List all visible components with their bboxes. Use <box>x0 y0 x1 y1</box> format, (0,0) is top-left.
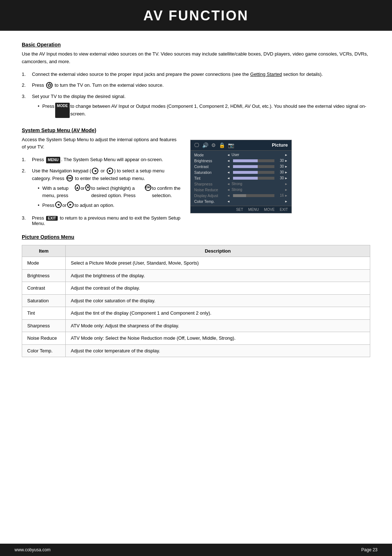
tv-menu-icons: 🖵 🔊 ⚙ 🔒 📷 <box>194 142 234 148</box>
mode-button: MODE <box>55 103 70 118</box>
step3-bullets: Press MODE to change between AV Input or… <box>32 103 370 118</box>
tv-sharpness-value: Strong <box>232 182 285 186</box>
tv-row-saturation-label: Saturation <box>194 170 227 175</box>
nav-up-icon: ▲ <box>75 184 80 191</box>
basic-op-step-2: 2. Press ⏻ to turn the TV on. Turn on th… <box>22 82 370 89</box>
page-header: AV FUNCTION <box>0 0 392 30</box>
table-cell-contrast-desc: Adjust the contrast of the display. <box>66 282 370 295</box>
tv-brightness-bar <box>233 159 274 162</box>
table-row: Color Temp. Adjust the color temperature… <box>22 344 370 357</box>
tv-icon-setup: ⚙ <box>211 142 216 148</box>
table-row: Sharpness ATV Mode only: Adjust the shar… <box>22 319 370 332</box>
tv-mode-arrow-left: ◄ <box>227 153 230 157</box>
tv-saturation-arrow-right: ► <box>285 171 288 174</box>
table-cell-colortemp: Color Temp. <box>22 344 66 357</box>
tv-menu-title: Picture <box>272 142 288 148</box>
tv-display-arrow-right: ► <box>285 194 288 197</box>
basic-operation-section: Basic Operation Use the AV Input modes t… <box>22 42 370 120</box>
basic-op-step-1: 1. Connect the external video source to … <box>22 71 370 78</box>
tv-row-display-adjust-label: Display Adjust <box>194 193 227 198</box>
tv-mode-value: User <box>232 153 285 157</box>
setup-step-text-3: Press EXIT to return to a previous menu … <box>32 215 181 226</box>
page-footer: www.cobyusa.com Page 23 <box>0 544 392 556</box>
table-cell-saturation-desc: Adjust the color saturation of the displ… <box>66 294 370 307</box>
tv-saturation-value: 30 <box>276 170 284 174</box>
setup-step-num-2: 2. <box>22 167 32 212</box>
tv-row-display-adjust: Display Adjust ◄ 16 ► <box>191 193 291 199</box>
tv-row-sharpness-label: Sharpness <box>194 182 227 186</box>
step-text-1: Connect the external video source to the… <box>32 71 370 78</box>
system-setup-intro: Access the System Setup Menu to adjust t… <box>22 136 181 151</box>
tv-icon-sound: 🔊 <box>202 142 208 148</box>
setup-step-2: 2. Use the Navigation keypad (◄ or ►) to… <box>22 167 181 212</box>
tv-menu-display: 🖵 🔊 ⚙ 🔒 📷 Picture Mode ◄ <box>190 140 292 213</box>
tv-noise-value: Strong <box>232 188 285 192</box>
table-cell-noise-desc: ATV Mode only: Select the Noise Reductio… <box>66 332 370 345</box>
tv-display-arrow-left: ◄ <box>227 194 230 197</box>
setup-bullet-2: Press ◄ or ► to adjust an option. <box>32 202 181 209</box>
picture-options-table: Item Description Mode Select a Picture M… <box>22 245 370 357</box>
system-setup-section: System Setup Menu (AV Mode) Access the S… <box>22 127 370 226</box>
page-title: AV FUNCTION <box>0 8 392 24</box>
table-header-description: Description <box>66 245 370 257</box>
step-text-2: Press ⏻ to turn the TV on. Turn on the e… <box>32 82 370 89</box>
setup-step-text-1: Press MENU. The System Setup Menu will a… <box>32 156 181 164</box>
tv-row-noise: Noise Reduce ◄ Strong ► <box>191 187 291 193</box>
tv-menu-header: 🖵 🔊 ⚙ 🔒 📷 Picture <box>191 140 291 151</box>
footer-move: MOVE <box>264 208 274 212</box>
table-cell-contrast: Contrast <box>22 282 66 295</box>
tv-contrast-arrow-right: ► <box>285 165 288 168</box>
tv-saturation-bar <box>233 171 274 174</box>
tv-row-color-temp: Color Temp. ◄ ► <box>191 199 291 204</box>
tv-sharpness-arrow-left: ◄ <box>227 182 230 186</box>
tv-tint-arrow-right: ► <box>285 176 288 180</box>
table-row: Saturation Adjust the color saturation o… <box>22 294 370 307</box>
footer-menu: MENU <box>248 208 259 212</box>
setup-step-text-2: Use the Navigation keypad (◄ or ►) to se… <box>32 167 181 212</box>
setup-step-num-3: 3. <box>22 215 32 226</box>
step-num-3: 3. <box>22 93 32 120</box>
table-cell-noise: Noise Reduce <box>22 332 66 345</box>
getting-started-link: Getting Started <box>250 71 282 77</box>
nav-left-icon: ◄ <box>92 168 98 174</box>
tv-sharpness-arrow-right: ► <box>285 182 288 186</box>
tv-contrast-value: 30 <box>276 164 284 168</box>
tv-contrast-bar <box>233 165 274 168</box>
table-row: Contrast Adjust the contrast of the disp… <box>22 282 370 295</box>
system-setup-steps: 1. Press MENU. The System Setup Menu wil… <box>22 156 181 212</box>
tv-display-bar <box>233 194 274 197</box>
footer-exit: EXIT <box>280 208 288 212</box>
basic-operation-intro: Use the AV Input modes to view external … <box>22 50 370 66</box>
table-cell-tint-desc: Adjust the tint of the display (Componen… <box>66 307 370 320</box>
picture-options-section: Picture Options Menu Item Description Mo… <box>22 234 370 357</box>
basic-operation-steps: 1. Connect the external video source to … <box>22 71 370 120</box>
system-setup-twocol: Access the System Setup Menu to adjust t… <box>22 136 370 226</box>
tv-brightness-value: 30 <box>276 159 284 163</box>
nav-down-icon: ▼ <box>85 184 90 191</box>
tv-row-brightness-label: Brightness <box>194 159 227 163</box>
tv-row-noise-label: Noise Reduce <box>194 188 227 192</box>
table-cell-brightness-desc: Adjust the brightness of the display. <box>66 269 370 282</box>
step-num-2: 2. <box>22 82 32 89</box>
step-text-3: Set your TV to the display the desired s… <box>32 93 370 120</box>
setup-step-3-row: 3. Press EXIT to return to a previous me… <box>22 215 181 226</box>
setup-step-1: 1. Press MENU. The System Setup Menu wil… <box>22 156 181 164</box>
table-header-item: Item <box>22 245 66 257</box>
table-cell-mode: Mode <box>22 257 66 270</box>
table-cell-tint: Tint <box>22 307 66 320</box>
tv-row-tint: Tint ◄ 30 ► <box>191 175 291 181</box>
tv-row-contrast: Contrast ◄ 30 ► <box>191 164 291 169</box>
tv-row-tint-label: Tint <box>194 176 227 180</box>
ok-icon-2: OK <box>145 184 151 191</box>
footer-page: Page 23 <box>361 547 377 552</box>
ok-icon: OK <box>66 175 73 181</box>
tv-menu-footer: SET MENU MOVE EXIT <box>191 206 291 213</box>
table-cell-saturation: Saturation <box>22 294 66 307</box>
main-content: Basic Operation Use the AV Input modes t… <box>0 31 392 386</box>
setup-step-num-1: 1. <box>22 156 32 164</box>
table-header-row: Item Description <box>22 245 370 257</box>
tv-brightness-arrow-right: ► <box>285 159 288 163</box>
nav-right-icon-2: ► <box>67 201 74 208</box>
table-cell-sharpness: Sharpness <box>22 319 66 332</box>
footer-set: SET <box>236 208 243 212</box>
